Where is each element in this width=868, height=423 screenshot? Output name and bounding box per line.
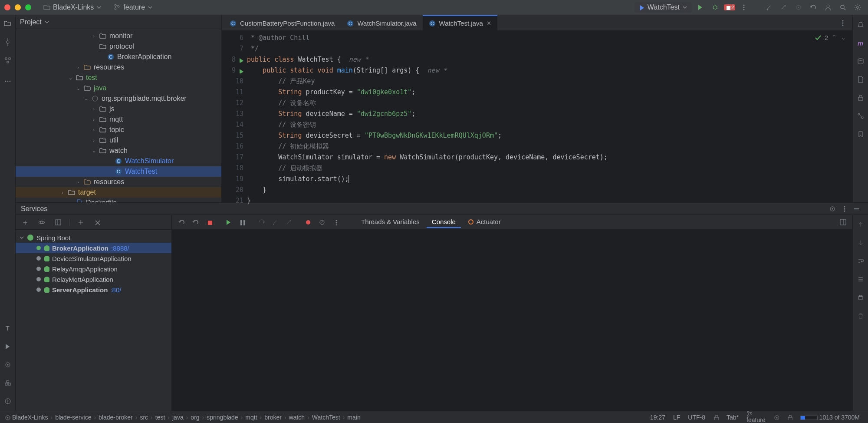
account-button[interactable]: [822, 1, 834, 13]
tab-actuator[interactable]: Actuator: [463, 216, 506, 228]
view-breakpoints-button[interactable]: [302, 216, 314, 228]
tree-item[interactable]: ⌄org.springblade.mqtt.broker: [16, 93, 221, 104]
add-service-button[interactable]: ＋: [19, 216, 31, 228]
collapse-in-button[interactable]: [763, 1, 775, 13]
file-encoding[interactable]: UTF-8: [684, 414, 709, 421]
run-tool-button[interactable]: [2, 340, 14, 353]
settings-button[interactable]: [852, 1, 864, 13]
tree-item[interactable]: ›target: [16, 187, 221, 198]
breadcrumb-item[interactable]: src: [140, 414, 148, 421]
stop-button[interactable]: [203, 216, 215, 228]
soft-wrap-button[interactable]: [855, 255, 867, 267]
service-port[interactable]: :80/: [110, 286, 121, 294]
services-tool-button[interactable]: [2, 359, 14, 371]
breadcrumb-item[interactable]: test: [155, 414, 165, 421]
service-root[interactable]: Spring Boot: [16, 232, 171, 243]
notifications-button[interactable]: [855, 19, 867, 31]
services-tree[interactable]: Spring Boot BrokerApplication :8888/Devi…: [16, 230, 171, 411]
tree-item[interactable]: protocol: [16, 41, 221, 52]
console-output[interactable]: [172, 230, 852, 411]
service-app[interactable]: RelayMqttApplication: [16, 274, 171, 284]
tab-console[interactable]: Console: [427, 216, 461, 228]
close-service-button[interactable]: [91, 216, 103, 228]
run-more-button[interactable]: [330, 216, 342, 228]
run-button[interactable]: [694, 1, 707, 13]
search-everywhere-button[interactable]: [837, 1, 849, 13]
problems-tool-button[interactable]: [2, 395, 14, 407]
clear-button[interactable]: [855, 310, 867, 322]
tab-threads-variables[interactable]: Threads & Variables: [356, 216, 425, 228]
commit-tool-button[interactable]: [2, 36, 14, 48]
breadcrumb-item[interactable]: broker: [264, 414, 282, 421]
line-separator[interactable]: LF: [669, 414, 684, 421]
editor-tab[interactable]: CustomBatteryPostFunction.java: [224, 15, 341, 30]
deploy-status[interactable]: [769, 414, 783, 420]
project-panel-header[interactable]: Project: [16, 15, 221, 29]
step-out-button[interactable]: [283, 216, 295, 228]
gutter-run-icon[interactable]: [238, 68, 243, 73]
vcs-branch-switcher[interactable]: feature: [109, 2, 157, 13]
tree-item[interactable]: WatchTest: [16, 166, 221, 177]
indent-settings[interactable]: Tab*: [723, 414, 743, 421]
gutter-run-icon[interactable]: [238, 57, 243, 63]
scroll-top-button[interactable]: [855, 218, 867, 231]
layout-button[interactable]: [837, 216, 849, 228]
services-hide-button[interactable]: [851, 203, 863, 215]
code-editor[interactable]: 2 ⌃⌄ 6789101112131415161718192021 * @aut…: [222, 31, 852, 202]
resume-button[interactable]: [222, 216, 234, 228]
breadcrumb-item[interactable]: java: [172, 414, 184, 421]
breadcrumb-item[interactable]: mqtt: [245, 414, 257, 421]
more-actions-button[interactable]: [738, 1, 750, 13]
project-switcher[interactable]: BladeX-Links: [39, 2, 106, 13]
debug-button[interactable]: [709, 1, 721, 13]
endpoints-tool-button[interactable]: [855, 110, 867, 122]
print-button[interactable]: [855, 291, 867, 304]
breadcrumb-item[interactable]: springblade: [207, 414, 238, 421]
tree-item[interactable]: ›util: [16, 135, 221, 145]
run-config-selector[interactable]: WatchTest: [635, 2, 692, 13]
tree-item[interactable]: ›resources: [16, 62, 221, 73]
tree-item[interactable]: ›topic: [16, 125, 221, 135]
close-tab-button[interactable]: ✕: [487, 20, 491, 26]
git-branch-status[interactable]: feature: [743, 411, 769, 423]
service-app[interactable]: RelayAmqpApplication: [16, 264, 171, 274]
bookmarks-tool-button[interactable]: [855, 128, 867, 140]
caret-position[interactable]: 19:27: [646, 414, 669, 421]
tree-item[interactable]: ›monitor: [16, 31, 221, 41]
close-window-button[interactable]: [4, 4, 10, 10]
memory-indicator[interactable]: 1013 of 3700M: [796, 414, 864, 421]
breadcrumb-item[interactable]: blade-broker: [99, 414, 133, 421]
rerun-button[interactable]: [175, 216, 187, 228]
file-tool-button[interactable]: [855, 73, 867, 86]
breadcrumb-item[interactable]: org: [191, 414, 199, 421]
ai-assistant-button[interactable]: m: [855, 37, 867, 49]
tree-item[interactable]: Dockerfile: [16, 198, 221, 202]
project-tool-button[interactable]: [2, 18, 14, 30]
code-content[interactable]: * @author Chill */public class WatchTest…: [247, 31, 852, 202]
collapse-out-button[interactable]: [778, 1, 790, 13]
pause-button[interactable]: [236, 216, 248, 228]
step-over-button[interactable]: [255, 216, 267, 228]
tree-item[interactable]: BrokerApplication: [16, 52, 221, 62]
text-tool-button[interactable]: T: [2, 322, 14, 334]
scroll-end-button[interactable]: [855, 273, 867, 285]
show-service-button[interactable]: [36, 216, 48, 228]
database-tool-button[interactable]: [855, 55, 867, 67]
mute-breakpoints-button[interactable]: [316, 216, 328, 228]
rerun-debug-button[interactable]: [189, 216, 201, 228]
service-app[interactable]: DeviceSimulatorApplication: [16, 253, 171, 264]
tree-item[interactable]: WatchSimulator: [16, 156, 221, 166]
updates-button[interactable]: [807, 1, 819, 13]
minimize-window-button[interactable]: [15, 4, 21, 10]
readonly-indicator[interactable]: [709, 414, 723, 420]
build-tool-button[interactable]: [2, 377, 14, 389]
editor-more-button[interactable]: [837, 17, 849, 29]
tree-item[interactable]: ⌄java: [16, 83, 221, 93]
more-tools-button[interactable]: [2, 75, 14, 87]
zoom-window-button[interactable]: [25, 4, 31, 10]
tree-item[interactable]: ⌄test: [16, 73, 221, 83]
code-with-me-button[interactable]: [792, 1, 805, 13]
breadcrumb-item[interactable]: watch: [289, 414, 305, 421]
service-port[interactable]: :8888/: [111, 245, 129, 252]
breadcrumb-item[interactable]: WatchTest: [312, 414, 340, 421]
